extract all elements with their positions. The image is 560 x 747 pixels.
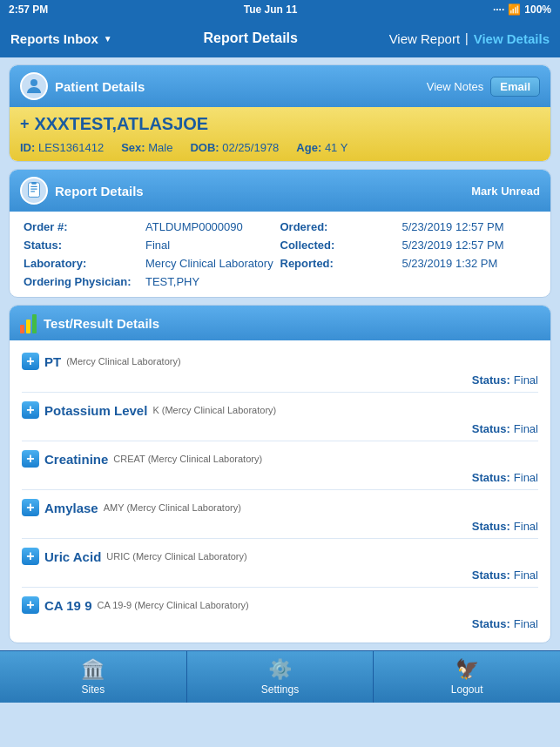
test-status-value: Final	[514, 471, 538, 484]
test-expand-button[interactable]: +	[22, 499, 39, 516]
test-item-row: + Creatinine CREAT (Mercy Clinical Labor…	[22, 450, 538, 468]
test-item: + Creatinine CREAT (Mercy Clinical Labor…	[10, 443, 550, 492]
svg-rect-5	[31, 182, 37, 185]
tab-label: Logout	[451, 683, 483, 696]
test-sub: URIC (Mercy Clinical Laboratory)	[106, 551, 246, 562]
collected-label: Collected:	[280, 239, 402, 252]
patient-details-card: Patient Details View Notes Email + XXXTE…	[9, 64, 551, 162]
patient-name: XXXTEST,ATLASJOE	[35, 114, 209, 134]
patient-details-title: Patient Details	[55, 79, 145, 94]
test-status-label: Status:	[472, 374, 510, 387]
patient-banner: + XXXTEST,ATLASJOE ID: LES1361412 Sex: M…	[10, 107, 550, 161]
test-status-row: Status: Final	[22, 616, 538, 636]
test-expand-button[interactable]: +	[22, 548, 39, 565]
nav-bar: Reports Inbox ▼ Report Details View Repo…	[0, 19, 560, 57]
test-status-row: Status: Final	[22, 567, 538, 588]
patient-age: Age: 41 Y	[296, 141, 347, 154]
test-status-value: Final	[514, 422, 538, 435]
test-status-row: Status: Final	[22, 469, 538, 490]
report-details-card: Report Details Mark Unread Order #: ATLD…	[9, 169, 551, 298]
report-details-header: Report Details Mark Unread	[10, 170, 550, 212]
patient-header-actions: View Notes Email	[427, 77, 540, 97]
tab-icon: ⚙️	[268, 658, 292, 681]
patient-dob: DOB: 02/25/1978	[190, 141, 279, 154]
test-result-card: Test/Result Details + PT (Mercy Clinical…	[9, 305, 551, 643]
nav-left[interactable]: Reports Inbox ▼	[10, 31, 112, 46]
laboratory-value: Mercy Clinical Laboratory	[145, 257, 273, 270]
test-result-header: Test/Result Details	[10, 306, 550, 340]
test-name: Uric Acid	[44, 549, 101, 564]
laboratory-row: Laboratory: Mercy Clinical Laboratory	[24, 257, 280, 270]
test-status-value: Final	[514, 617, 538, 630]
test-expand-button[interactable]: +	[22, 596, 39, 614]
test-item: + Amylase AMY (Mercy Clinical Laboratory…	[10, 492, 550, 541]
email-button[interactable]: Email	[490, 77, 540, 97]
tab-bar: 🏛️ Sites ⚙️ Settings 🦅 Logout	[0, 650, 560, 703]
test-status-row: Status: Final	[22, 372, 538, 393]
status-row: Status: Final	[24, 239, 280, 252]
svg-rect-1	[29, 183, 40, 198]
report-icon	[20, 177, 48, 205]
ordered-label: Ordered:	[280, 220, 402, 233]
tab-icon: 🏛️	[81, 658, 105, 681]
test-name: PT	[44, 354, 61, 369]
mark-unread-button[interactable]: Mark Unread	[471, 185, 540, 198]
reported-label: Reported:	[280, 257, 402, 270]
status-bar: 2:57 PM Tue Jun 11 ···· 📶 100%	[0, 0, 560, 19]
test-item-row: + CA 19 9 CA 19-9 (Mercy Clinical Labora…	[22, 596, 538, 614]
view-notes-button[interactable]: View Notes	[427, 80, 484, 93]
report-header-left: Report Details	[20, 177, 144, 205]
patient-meta: ID: LES1361412 Sex: Male DOB: 02/25/1978…	[20, 138, 540, 158]
collected-row: Collected: 5/23/2019 12:57 PM	[280, 239, 537, 252]
test-sub: (Mercy Clinical Laboratory)	[66, 356, 180, 367]
bar-chart-icon	[20, 313, 37, 333]
order-number-row: Order #: ATLDUMP0000090	[24, 220, 280, 233]
test-expand-button[interactable]: +	[22, 353, 39, 370]
test-status-label: Status:	[472, 471, 510, 484]
test-status-value: Final	[514, 520, 538, 533]
order-number-label: Order #:	[24, 220, 145, 233]
reports-inbox-label[interactable]: Reports Inbox	[10, 31, 98, 46]
test-status-row: Status: Final	[22, 518, 538, 539]
physician-row: Ordering Physician: TEST,PHY	[24, 275, 536, 288]
tab-label: Settings	[261, 683, 299, 696]
reported-value: 5/23/2019 1:32 PM	[402, 257, 498, 270]
patient-name-row: + XXXTEST,ATLASJOE	[20, 114, 540, 134]
view-report-button[interactable]: View Report	[389, 31, 460, 46]
test-item-row: + PT (Mercy Clinical Laboratory)	[22, 353, 538, 370]
test-status-row: Status: Final	[22, 421, 538, 441]
tab-item-sites[interactable]: 🏛️ Sites	[0, 651, 187, 703]
view-details-button[interactable]: View Details	[474, 31, 550, 46]
ordered-value: 5/23/2019 12:57 PM	[402, 220, 504, 233]
test-expand-button[interactable]: +	[22, 450, 39, 468]
svg-point-0	[30, 79, 37, 86]
physician-value: TEST,PHY	[145, 275, 199, 288]
tab-item-settings[interactable]: ⚙️ Settings	[187, 651, 374, 703]
test-status-label: Status:	[472, 569, 510, 582]
test-item: + PT (Mercy Clinical Laboratory) Status:…	[10, 346, 550, 394]
test-item: + Potassium Level K (Mercy Clinical Labo…	[10, 394, 550, 443]
report-details-title: Report Details	[55, 184, 144, 199]
physician-label: Ordering Physician:	[24, 275, 145, 288]
test-expand-button[interactable]: +	[22, 401, 39, 419]
test-sub: K (Mercy Clinical Laboratory)	[152, 405, 276, 415]
status-time: 2:57 PM	[9, 3, 48, 16]
test-status-label: Status:	[472, 520, 510, 533]
test-status-label: Status:	[472, 617, 510, 630]
patient-plus-icon: +	[20, 115, 30, 133]
tab-item-logout[interactable]: 🦅 Logout	[374, 651, 560, 703]
test-item-row: + Uric Acid URIC (Mercy Clinical Laborat…	[22, 548, 538, 565]
patient-details-header: Patient Details View Notes Email	[10, 65, 550, 107]
test-list: + PT (Mercy Clinical Laboratory) Status:…	[10, 340, 550, 643]
patient-avatar-icon	[20, 72, 48, 100]
test-status-value: Final	[514, 374, 538, 387]
test-name: CA 19 9	[44, 598, 91, 613]
tab-label: Sites	[81, 683, 105, 696]
test-item-row: + Amylase AMY (Mercy Clinical Laboratory…	[22, 499, 538, 516]
nav-center-title: Report Details	[203, 30, 297, 46]
report-info: Order #: ATLDUMP0000090 Ordered: 5/23/20…	[10, 212, 550, 297]
battery-icon: 100%	[524, 3, 551, 16]
nav-right: View Report | View Details	[389, 31, 550, 46]
status-value: Final	[145, 239, 170, 252]
test-sub: CA 19-9 (Mercy Clinical Laboratory)	[97, 600, 248, 610]
